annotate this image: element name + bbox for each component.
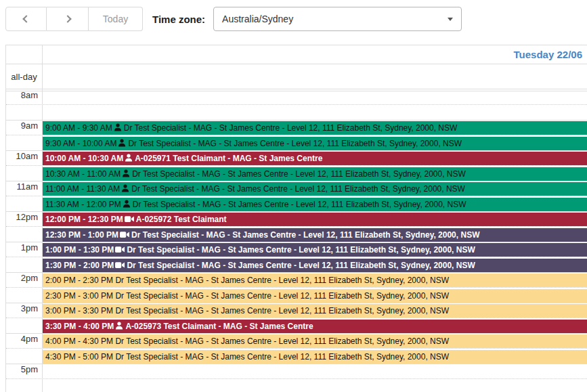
event[interactable]: 1:00 PM - 1:30 PMDr Test Specialist - MA… <box>43 243 587 257</box>
today-button[interactable]: Today <box>89 7 143 31</box>
half-hour-gridline <box>6 226 587 227</box>
chevron-right-icon <box>64 15 71 22</box>
event-title: Dr Test Specialist - MAG - St James Cent… <box>131 230 479 240</box>
half-hour-gridline <box>6 196 587 196</box>
event[interactable]: 10:00 AM - 10:30 AMA-025971 Test Claiman… <box>43 152 587 165</box>
event-time: 4:30 PM - 5:00 PM <box>45 352 113 362</box>
event-title: Dr Test Specialist - MAG - St James Cent… <box>131 184 465 194</box>
event-title: Dr Test Specialist - MAG - St James Cent… <box>128 139 462 148</box>
time-axis-label: 2pm <box>6 273 38 283</box>
event-time: 12:00 PM - 12:30 PM <box>45 215 123 224</box>
hour-gridline <box>6 364 587 364</box>
person-icon <box>125 154 133 162</box>
nav-button-group: Today <box>5 7 143 31</box>
time-axis-label: 9am <box>6 121 38 131</box>
half-hour-gridline <box>6 257 587 257</box>
event-time: 11:00 AM - 11:30 AM <box>45 184 120 194</box>
chevron-left-icon <box>22 15 30 22</box>
event-title: A-025971 Test Claimant - MAG - St James … <box>135 154 322 163</box>
half-hour-gridline <box>6 318 587 318</box>
half-hour-gridline <box>6 135 587 135</box>
calendar-app: Today Time zone: Australia/Sydney Tuesda… <box>0 0 587 392</box>
half-hour-gridline <box>6 165 587 166</box>
person-icon <box>118 139 126 147</box>
day-header[interactable]: Tuesday 22/06 <box>43 45 587 64</box>
event-title: Dr Test Specialist - MAG - St James Cent… <box>115 306 449 315</box>
time-axis-label: 12pm <box>6 212 38 222</box>
calendar: Tuesday 22/06 all-day 8am9am10am11am12pm… <box>5 45 587 392</box>
event-time: 2:00 PM - 2:30 PM <box>45 276 113 285</box>
time-grid[interactable]: 8am9am10am11am12pm1pm2pm3pm4pm5pm9:00 AM… <box>6 91 587 392</box>
person-icon <box>115 322 123 330</box>
event[interactable]: 10:30 AM - 11:00 AMDr Test Specialist - … <box>43 167 587 181</box>
event[interactable]: 3:30 PM - 4:00 PMA-025973 Test Claimant … <box>43 320 587 333</box>
person-icon <box>123 200 131 208</box>
event[interactable]: 11:00 AM - 11:30 AMDr Test Specialist - … <box>43 182 587 196</box>
event[interactable]: 2:30 PM - 3:00 PM Dr Test Specialist - M… <box>43 289 587 303</box>
time-axis-label: 8am <box>6 91 38 100</box>
event-time: 3:30 PM - 4:00 PM <box>45 322 114 331</box>
event-title: Dr Test Specialist - MAG - St James Cent… <box>132 169 466 179</box>
event-time: 12:30 PM - 1:00 PM <box>45 230 118 240</box>
time-axis-label: 5pm <box>6 364 38 374</box>
event-title: Dr Test Specialist - MAG - St James Cent… <box>127 245 475 255</box>
event-time: 11:30 AM - 12:00 PM <box>45 200 121 209</box>
prev-button[interactable] <box>5 7 47 31</box>
event-title: Dr Test Specialist - MAG - St James Cent… <box>115 291 449 301</box>
event-title: Dr Test Specialist - MAG - St James Cent… <box>115 276 449 285</box>
event[interactable]: 4:00 PM - 4:30 PM Dr Test Specialist - M… <box>43 334 587 348</box>
hour-gridline <box>6 181 587 181</box>
event-time: 2:30 PM - 3:00 PM <box>45 291 113 301</box>
event-title: A-025973 Test Claimant - MAG - St James … <box>125 322 313 331</box>
hour-gridline <box>6 303 587 303</box>
half-hour-gridline <box>6 348 587 349</box>
event-time: 1:00 PM - 1:30 PM <box>45 245 114 255</box>
time-axis-label: 11am <box>6 181 38 192</box>
event[interactable]: 4:30 PM - 5:00 PM Dr Test Specialist - M… <box>43 350 587 364</box>
video-icon <box>120 231 129 238</box>
person-icon <box>114 123 122 131</box>
timezone-label: Time zone: <box>152 14 205 25</box>
hour-gridline <box>6 333 587 334</box>
event-title: Dr Test Specialist - MAG - St James Cent… <box>115 352 449 362</box>
half-hour-gridline <box>6 104 587 105</box>
event[interactable]: 12:00 PM - 12:30 PMA-025972 Test Claiman… <box>43 213 587 226</box>
hour-gridline <box>6 211 587 212</box>
half-hour-gridline <box>6 378 587 379</box>
person-icon <box>122 169 130 177</box>
event-time: 9:30 AM - 10:00 AM <box>45 139 116 148</box>
event-title: A-025972 Test Claimant <box>136 215 227 224</box>
video-icon <box>115 261 125 269</box>
time-axis-label: 3pm <box>6 303 38 313</box>
video-icon <box>115 246 125 253</box>
event[interactable]: 2:00 PM - 2:30 PM Dr Test Specialist - M… <box>43 274 587 287</box>
event-time: 10:30 AM - 11:00 AM <box>45 169 121 179</box>
event[interactable]: 3:00 PM - 3:30 PM Dr Test Specialist - M… <box>43 304 587 318</box>
event[interactable]: 9:30 AM - 10:00 AMDr Test Specialist - M… <box>43 137 587 150</box>
event[interactable]: 11:30 AM - 12:00 PMDr Test Specialist - … <box>43 198 587 211</box>
event-time: 3:00 PM - 3:30 PM <box>45 306 113 315</box>
day-header-row: Tuesday 22/06 <box>6 45 587 64</box>
event-title: Dr Test Specialist - MAG - St James Cent… <box>124 123 458 133</box>
event-title: Dr Test Specialist - MAG - St James Cent… <box>127 261 475 270</box>
event-title: Dr Test Specialist - MAG - St James Cent… <box>115 336 449 346</box>
caret-down-icon <box>448 18 453 21</box>
time-axis-label: 10am <box>6 151 38 161</box>
event-time: 10:00 AM - 10:30 AM <box>45 154 123 163</box>
event[interactable]: 1:30 PM - 2:00 PMDr Test Specialist - MA… <box>43 259 587 272</box>
hour-gridline <box>6 150 587 151</box>
video-icon <box>125 215 134 223</box>
event[interactable]: 9:00 AM - 9:30 AMDr Test Specialist - MA… <box>43 121 587 135</box>
event[interactable]: 12:30 PM - 1:00 PMDr Test Specialist - M… <box>43 228 587 242</box>
timezone-selected-value: Australia/Sydney <box>222 14 448 24</box>
event-time: 1:30 PM - 2:00 PM <box>45 261 114 270</box>
toolbar: Today Time zone: Australia/Sydney <box>5 7 462 31</box>
hour-gridline <box>6 272 587 273</box>
person-icon <box>121 184 129 192</box>
all-day-row[interactable]: all-day <box>6 65 587 89</box>
all-day-label: all-day <box>6 65 42 89</box>
timezone-select[interactable]: Australia/Sydney <box>213 7 462 31</box>
time-axis-label: 4pm <box>6 334 38 344</box>
event-time: 9:00 AM - 9:30 AM <box>45 123 112 133</box>
next-button[interactable] <box>47 7 89 31</box>
